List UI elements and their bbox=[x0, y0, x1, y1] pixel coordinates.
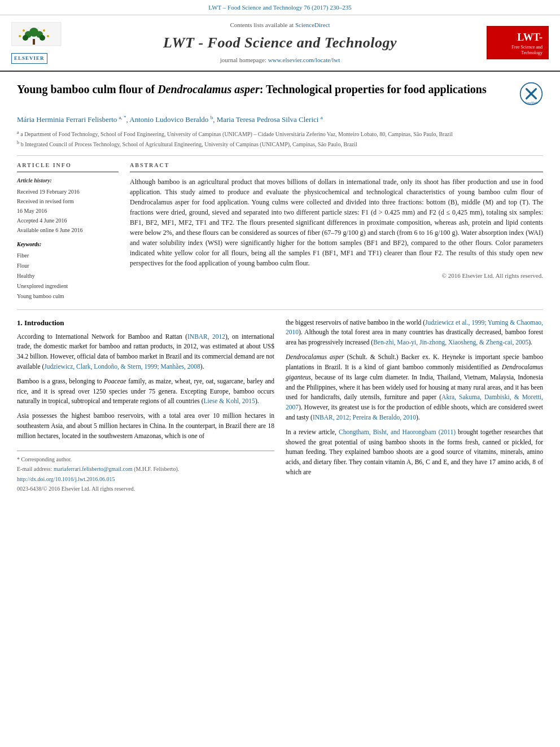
affiliations-section: a a Department of Food Technology, Schoo… bbox=[17, 129, 543, 156]
doi-link[interactable]: http://dx.doi.org/10.1016/j.lwt.2016.06.… bbox=[17, 476, 115, 482]
body-right-column: the biggest reservoirs of native bamboo … bbox=[286, 318, 543, 495]
intro-paragraph-3: Asia possesses the highest bamboo reserv… bbox=[17, 411, 274, 441]
elsevier-tree-image bbox=[11, 22, 62, 53]
article-info-abstract-section: ARTICLE INFO Article history: Received 1… bbox=[17, 161, 543, 302]
judziewicz2-ref[interactable]: Judziewicz et al., 1999; Yuming & Chaoma… bbox=[286, 319, 543, 336]
doi-line: http://dx.doi.org/10.1016/j.lwt.2016.06.… bbox=[17, 475, 274, 484]
right-paragraph-2: Dendrocalamus asper (Schult. & Schult.) … bbox=[286, 352, 543, 423]
chongtham-ref[interactable]: Chongtham, Bisht, and Haorongbam (2011) bbox=[339, 429, 456, 435]
affiliation-b: b b Integrated Council of Process Techno… bbox=[17, 139, 543, 148]
abstract-text: Although bamboo is an agricultural produ… bbox=[130, 177, 543, 268]
keywords-label: Keywords: bbox=[17, 241, 119, 249]
right-paragraph-3: In a review article, Chongtham, Bisht, a… bbox=[286, 427, 543, 478]
main-content: Young bamboo culm flour of Dendrocalamus… bbox=[0, 72, 560, 506]
page: LWT – Food Science and Technology 76 (20… bbox=[0, 0, 560, 747]
abstract-copyright: © 2016 Elsevier Ltd. All rights reserved… bbox=[130, 272, 543, 281]
email-note: E-mail address: mariaferrari.felisberto@… bbox=[17, 465, 274, 474]
article-info-header: ARTICLE INFO bbox=[17, 161, 119, 172]
journal-header: ELSEVIER Contents lists available at Sci… bbox=[0, 15, 560, 72]
homepage-line: journal homepage: www.elsevier.com/locat… bbox=[73, 56, 487, 65]
article-dates: Received 19 February 2016 Received in re… bbox=[17, 187, 119, 235]
body-left-column: 1. Introduction According to Internation… bbox=[17, 318, 274, 495]
svg-point-9 bbox=[19, 35, 21, 37]
corresponding-note: * Corresponding author. bbox=[17, 456, 274, 464]
svg-point-7 bbox=[23, 29, 25, 32]
homepage-link[interactable]: www.elsevier.com/locate/lwt bbox=[268, 56, 340, 63]
lwt-logo-box: LWT- Free Science and Technology bbox=[487, 26, 549, 59]
akra-ref[interactable]: Akra, Sakuma, Dambiski, & Moretti, 2007 bbox=[286, 394, 543, 410]
svg-point-8 bbox=[43, 29, 45, 32]
svg-point-10 bbox=[47, 35, 49, 37]
inbar2-ref[interactable]: INBAR, 2012; Pereira & Beraldo, 2010 bbox=[313, 414, 416, 421]
paper-title-section: Young bamboo culm flour of Dendrocalamus… bbox=[17, 82, 543, 109]
intro-paragraph-2: Bamboo is a grass, belonging to Poaceae … bbox=[17, 377, 274, 407]
authors-line: Mária Herminia Ferrari Felisberto a, *, … bbox=[17, 114, 543, 125]
affiliation-a: a a Department of Food Technology, Schoo… bbox=[17, 129, 543, 138]
abstract-column: ABSTRACT Although bamboo is an agricultu… bbox=[130, 161, 543, 302]
section-divider bbox=[17, 309, 543, 310]
sciencedirect-link[interactable]: ScienceDirect bbox=[295, 21, 330, 28]
article-history-label: Article history: bbox=[17, 177, 119, 185]
svg-point-5 bbox=[23, 35, 28, 41]
right-paragraph-1: the biggest reservoirs of native bamboo … bbox=[286, 318, 543, 348]
svg-point-6 bbox=[40, 35, 45, 41]
contents-available-line: Contents lists available at ScienceDirec… bbox=[73, 21, 487, 30]
svg-text:CrossMark: CrossMark bbox=[525, 101, 538, 104]
elsevier-brand-text: ELSEVIER bbox=[11, 53, 47, 64]
inbar-ref[interactable]: INBAR, 2012 bbox=[187, 333, 225, 340]
journal-volume-info: LWT – Food Science and Technology 76 (20… bbox=[0, 0, 560, 15]
liese-ref[interactable]: Liese & Kohl, 2015 bbox=[204, 397, 255, 404]
svg-rect-1 bbox=[33, 39, 35, 45]
email-link[interactable]: mariaferrari.felisberto@gmail.com bbox=[54, 466, 133, 472]
body-content: 1. Introduction According to Internation… bbox=[17, 318, 543, 495]
journal-header-center: Contents lists available at ScienceDirec… bbox=[73, 21, 487, 65]
article-info-column: ARTICLE INFO Article history: Received 1… bbox=[17, 161, 119, 302]
judziewicz-ref[interactable]: Judziewicz, Clark, Londoño, & Stern, 199… bbox=[44, 363, 200, 370]
abstract-header: ABSTRACT bbox=[130, 161, 543, 172]
elsevier-logo-area: ELSEVIER bbox=[11, 22, 73, 64]
footer: * Corresponding author. E-mail address: … bbox=[17, 451, 274, 493]
intro-paragraph-1: According to International Network for B… bbox=[17, 332, 274, 372]
paper-title: Young bamboo culm flour of Dendrocalamus… bbox=[17, 82, 519, 97]
issn-line: 0023-6438/© 2016 Elsevier Ltd. All right… bbox=[17, 485, 274, 493]
crossmark-badge[interactable]: CrossMark bbox=[519, 82, 543, 109]
journal-title: LWT - Food Science and Technology bbox=[73, 32, 487, 54]
lwt-logo-area: LWT- Free Science and Technology bbox=[487, 26, 549, 59]
keywords-list: Fiber Flour Healthy Unexplored ingredien… bbox=[17, 251, 119, 302]
benzhi-ref[interactable]: Ben-zhi, Mao-yi, Jin-zhong, Xiaosheng, &… bbox=[373, 339, 528, 346]
introduction-heading: 1. Introduction bbox=[17, 318, 274, 329]
keywords-section: Keywords: Fiber Flour Healthy Unexplored… bbox=[17, 241, 119, 302]
volume-text: LWT – Food Science and Technology 76 (20… bbox=[208, 4, 351, 11]
